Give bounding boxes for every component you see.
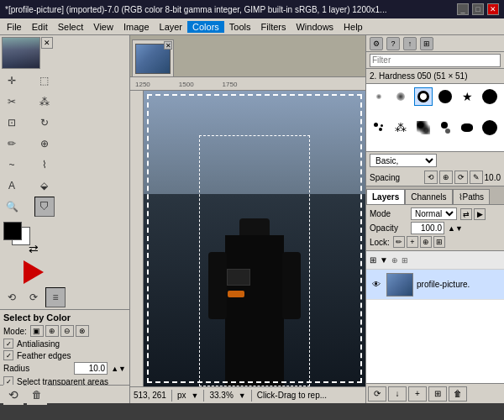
action-reset[interactable]: ⟲: [3, 385, 24, 405]
menu-filters[interactable]: Filters: [256, 21, 291, 33]
tool-clone[interactable]: ⊕: [34, 134, 55, 154]
brush-preset-select[interactable]: Basic,: [370, 154, 437, 167]
brush-xl[interactable]: [480, 87, 499, 106]
brush-scatter3[interactable]: [414, 118, 433, 137]
layer-opacity-value[interactable]: 100.0: [411, 222, 444, 234]
info-btn1[interactable]: ⚙: [370, 37, 383, 50]
brush-2[interactable]: [391, 87, 410, 106]
lock-alpha-btn[interactable]: +: [407, 236, 418, 248]
lock-position-btn[interactable]: ⊕: [420, 236, 432, 248]
tool-scissors[interactable]: ✂: [2, 92, 22, 112]
layer-mode-btn1[interactable]: ⇄: [460, 208, 472, 220]
tab-layers[interactable]: Layers: [366, 189, 405, 204]
tool-select-rect[interactable]: ⬚: [34, 71, 55, 91]
close-button[interactable]: ✕: [487, 3, 499, 15]
brush-scatter2[interactable]: ⁂: [391, 118, 410, 137]
layer-merge-btn[interactable]: ⊞: [428, 386, 447, 402]
layer-visibility-toggle[interactable]: 👁: [370, 278, 383, 291]
tool-extra2[interactable]: ⟳: [24, 287, 44, 307]
lock-all-btn[interactable]: ⊞: [433, 236, 445, 248]
tool-move[interactable]: ✛: [2, 71, 22, 91]
mode-btn2[interactable]: ⊕: [45, 325, 59, 337]
spacing-row: Spacing ⟲ ⊕ ⟳ ✎ 10.0: [370, 171, 501, 184]
radius-value[interactable]: 10.0: [74, 362, 108, 375]
mode-btn4[interactable]: ⊗: [76, 325, 89, 337]
tab-channels[interactable]: Channels: [405, 189, 452, 204]
layer-mode-select[interactable]: Normal Multiply Screen: [411, 207, 457, 220]
tool-select-color[interactable]: ⛉: [34, 197, 55, 217]
image-tab-1[interactable]: ✕: [132, 39, 174, 76]
menu-view[interactable]: View: [88, 21, 118, 33]
mode-btn1[interactable]: ▣: [30, 325, 44, 337]
tool-eyedropper[interactable]: ⬙: [34, 176, 55, 196]
info-btn3[interactable]: ↑: [403, 37, 417, 50]
tool-pencil[interactable]: ✏: [2, 134, 22, 154]
mode-btn3[interactable]: ⊖: [60, 325, 74, 337]
orange-accent: [228, 291, 244, 297]
lock-pixels-btn[interactable]: ✏: [393, 236, 405, 248]
info-btn4[interactable]: ⊞: [420, 37, 433, 50]
right-arm: [282, 252, 301, 319]
foreground-color-swatch[interactable]: [3, 222, 22, 240]
zoom-dropdown-arrow[interactable]: ▼: [239, 391, 246, 400]
maximize-button[interactable]: □: [472, 3, 484, 15]
action-delete[interactable]: 🗑: [27, 385, 47, 405]
brush-ctrl-icon3[interactable]: ⟳: [454, 171, 468, 184]
layer-add-btn[interactable]: +: [408, 386, 427, 402]
tool-extra1[interactable]: ⟲: [2, 287, 22, 307]
brush-blob1[interactable]: [458, 118, 476, 137]
layer-mode-btn2[interactable]: ▶: [474, 208, 486, 220]
close-image-btn[interactable]: ✕: [41, 37, 53, 49]
brush-ctrl-icon4[interactable]: ✎: [470, 171, 483, 184]
brush-ctrl-icon2[interactable]: ⊕: [439, 171, 453, 184]
minimize-button[interactable]: _: [457, 3, 469, 15]
info-btn2[interactable]: ?: [386, 37, 400, 50]
layer-item-1[interactable]: 👁 profile-picture.: [366, 270, 504, 300]
unit-dropdown-arrow[interactable]: ▼: [192, 391, 199, 400]
brush-4[interactable]: [436, 87, 454, 106]
tool-extra3[interactable]: ≡: [45, 287, 66, 307]
layer-refresh-btn[interactable]: ⟳: [368, 386, 386, 402]
feather-checkbox[interactable]: [3, 350, 13, 360]
radius-spinner[interactable]: ▲▼: [111, 365, 126, 373]
menu-file[interactable]: File: [2, 21, 27, 33]
image-tabs: ✕: [130, 35, 365, 77]
antialiasing-checkbox[interactable]: [3, 339, 13, 349]
menu-edit[interactable]: Edit: [27, 21, 53, 33]
menu-select[interactable]: Select: [53, 21, 89, 33]
tool-fuzzy[interactable]: ⁂: [34, 92, 55, 112]
opacity-spinner[interactable]: ▲▼: [448, 224, 463, 233]
tool-zoom[interactable]: 🔍: [2, 197, 22, 217]
brush-blob2[interactable]: [480, 118, 499, 137]
brush-star[interactable]: ★: [458, 87, 476, 106]
menu-layer[interactable]: Layer: [155, 21, 188, 33]
brush-grid: ★ ⁂: [366, 84, 504, 151]
layer-actions-bar: ⟳ ↓ + ⊞ 🗑: [366, 383, 504, 403]
tool-smudge[interactable]: ~: [2, 155, 22, 175]
brush-scatter4[interactable]: [436, 118, 454, 137]
swap-colors-icon[interactable]: ⇄: [29, 242, 39, 255]
tool-text[interactable]: A: [2, 176, 22, 196]
menu-tools[interactable]: Tools: [224, 21, 256, 33]
menu-windows[interactable]: Windows: [291, 21, 339, 33]
brush-ctrl-icon1[interactable]: ⟲: [424, 171, 438, 184]
menu-help[interactable]: Help: [339, 21, 368, 33]
tool-paths[interactable]: ⌇: [34, 155, 55, 175]
canvas-wrapper[interactable]: [144, 91, 365, 386]
brush-scatter1[interactable]: [370, 118, 388, 137]
spacing-value[interactable]: 10.0: [485, 173, 501, 182]
menu-colors[interactable]: Colors: [187, 21, 224, 33]
brush-3[interactable]: [414, 87, 433, 106]
layer-list[interactable]: ⊞ ▼ ⊕ ⊞ 👁 profile-picture.: [366, 251, 504, 383]
tab-close-btn[interactable]: ✕: [164, 41, 172, 50]
brush-filter-input[interactable]: [370, 54, 501, 67]
right-panel: ⚙ ? ↑ ⊞ 2. Hardness 050 (51 × 51) ★: [365, 35, 504, 403]
tool-rotate[interactable]: ↻: [34, 113, 55, 133]
transparent-checkbox[interactable]: [3, 376, 13, 385]
tab-paths[interactable]: ⌇Paths: [453, 189, 491, 204]
layer-down-btn[interactable]: ↓: [388, 386, 407, 402]
brush-1[interactable]: [370, 87, 388, 106]
layer-delete-btn[interactable]: 🗑: [449, 386, 467, 402]
tool-crop[interactable]: ⊡: [2, 113, 22, 133]
menu-image[interactable]: Image: [118, 21, 155, 33]
